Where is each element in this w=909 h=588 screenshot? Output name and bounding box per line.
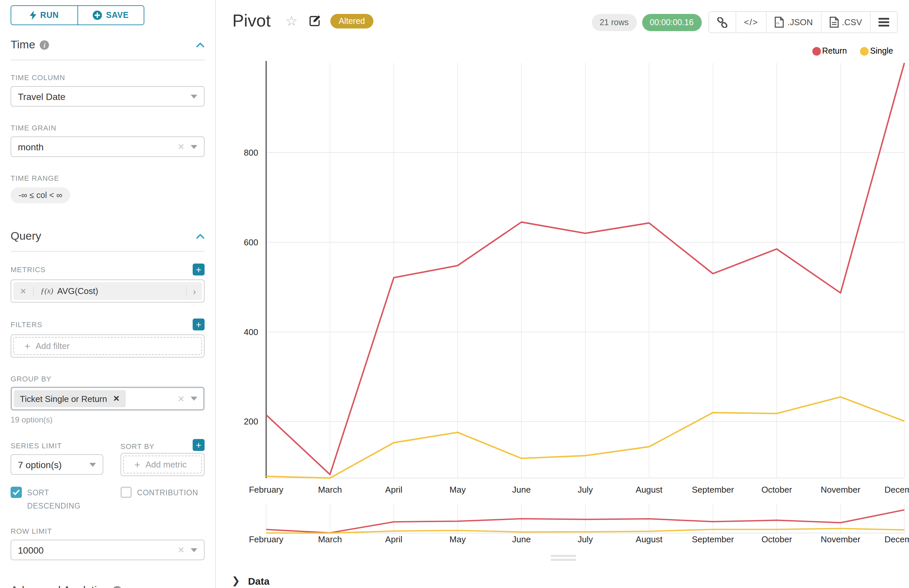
chevron-up-icon[interactable] [196,234,205,239]
export-json-button[interactable]: ‹› .JSON [767,12,822,32]
chevron-right-icon[interactable]: › [186,286,202,296]
metrics-container: ✕ ƒ(x) AVG(Cost) › [11,279,205,303]
chevron-up-icon[interactable] [196,42,205,48]
plus-icon: + [24,340,31,352]
copy-link-button[interactable] [709,12,736,32]
x-axis-label: February [249,485,283,494]
remove-metric-icon[interactable]: ✕ [13,286,34,296]
time-column-value: Travel Date [18,91,66,102]
x-axis-label: August [636,485,663,494]
series-limit-select[interactable]: 7 option(s) [11,454,103,475]
add-filter-label: Add filter [36,341,70,351]
csv-file-icon [829,16,838,28]
sort-by-container: + Add metric [121,453,205,476]
line-chart[interactable]: 200400600800FebruaryMarchAprilMayJuneJul… [217,40,909,563]
time-column-select[interactable]: Travel Date [11,86,205,107]
add-metric-button[interactable]: + [193,263,205,275]
chevron-down-icon [191,397,197,401]
plus-circle-icon [93,11,102,20]
add-sort-metric-button[interactable]: + [193,439,205,451]
group-by-select[interactable]: Ticket Single or Return ✕ ✕ [11,387,205,410]
svg-text:400: 400 [244,327,258,337]
x-axis-label: July [578,535,593,544]
sort-by-label: SORT BY [121,442,155,450]
x-axis-label: April [385,485,402,494]
x-axis-label: April [385,535,402,544]
filters-label: FILTERS [11,320,42,328]
json-file-icon: ‹› [775,16,784,28]
contribution-checkbox[interactable] [121,487,132,498]
query-section-header[interactable]: Query [11,230,205,252]
hamburger-menu-icon [878,18,889,26]
run-button-label: RUN [40,11,59,20]
time-grain-value: month [18,141,44,152]
link-icon [717,17,727,27]
edit-properties-icon[interactable] [308,15,321,27]
group-by-tag: Ticket Single or Return ✕ [14,390,126,407]
x-axis-label: December [885,485,909,494]
data-section-toggle[interactable]: ❯ Data [232,575,270,587]
favorite-star-icon[interactable]: ☆ [285,13,298,29]
save-button[interactable]: SAVE [78,6,144,24]
chevron-down-icon [191,548,197,552]
query-section-title: Query [11,230,41,243]
group-by-label: GROUP BY [11,375,205,383]
time-grain-select[interactable]: month ✕ [11,136,205,157]
time-grain-label: TIME GRAIN [11,124,205,132]
add-metric-label: Add metric [146,460,187,470]
time-range-label: TIME RANGE [11,174,205,182]
x-axis-label: October [761,485,792,494]
advanced-analytics-section-header[interactable]: Advanced Analytics i [11,584,205,588]
fx-icon: ƒ(x) [40,286,53,296]
more-options-button[interactable] [870,12,897,32]
series-limit-value: 7 option(s) [18,459,61,470]
run-button[interactable]: RUN [11,6,78,24]
contribution-label: CONTRIBUTION [137,487,198,499]
time-section-header[interactable]: Time i [11,39,205,60]
json-button-label: .JSON [788,17,813,27]
x-axis-label: March [318,535,342,544]
info-icon: i [113,586,122,588]
altered-badge[interactable]: Altered [330,14,373,28]
remove-tag-icon[interactable]: ✕ [113,394,120,403]
x-axis-label: June [512,485,531,494]
chart-header: Pivot ☆ Altered [232,11,374,31]
clear-icon[interactable]: ✕ [178,545,185,555]
x-axis-label: July [578,485,593,494]
group-by-options-hint: 19 option(s) [11,415,205,425]
advanced-analytics-title: Advanced Analytics [11,584,108,588]
clear-icon[interactable]: ✕ [178,394,185,404]
x-axis-label: May [449,535,466,544]
export-csv-button[interactable]: .CSV [821,12,870,32]
panel-resize-handle[interactable] [551,555,576,563]
code-icon: </> [744,17,758,27]
save-button-label: SAVE [106,11,129,20]
x-axis-label: February [249,535,283,544]
row-count-badge: 21 rows [591,14,636,31]
series-limit-label: SERIES LIMIT [11,442,103,450]
chart-title: Pivot [232,11,271,31]
query-timer-badge: 00:00:00.16 [642,14,701,31]
info-icon: i [40,40,49,50]
sort-descending-checkbox[interactable] [11,487,22,498]
row-limit-select[interactable]: 10000 ✕ [11,540,205,560]
clear-icon[interactable]: ✕ [178,142,185,152]
x-axis-label: June [512,535,531,544]
run-save-button-group: RUN SAVE [11,5,144,25]
add-filter-button[interactable]: + [193,318,205,330]
add-sort-metric-dropzone[interactable]: + Add metric [123,456,202,473]
metric-pill[interactable]: ✕ ƒ(x) AVG(Cost) › [13,282,202,300]
chevron-right-icon: ❯ [232,575,240,587]
x-axis-label: September [692,485,734,494]
check-icon [13,489,20,495]
csv-button-label: .CSV [842,17,862,27]
sort-descending-label: SORT DESCENDING [27,487,103,512]
svg-text:‹›: ‹› [777,20,780,26]
superset-explore-view: RUN SAVE Time i TIME COLUMN Travel Date [0,0,909,588]
time-range-pill[interactable]: -∞ ≤ col < ∞ [11,187,70,203]
metric-value: AVG(Cost) [57,286,98,296]
add-filter-dropzone[interactable]: + Add filter [13,337,202,355]
row-limit-value: 10000 [18,544,44,555]
embed-code-button[interactable]: </> [736,12,767,32]
time-column-label: TIME COLUMN [11,73,205,81]
